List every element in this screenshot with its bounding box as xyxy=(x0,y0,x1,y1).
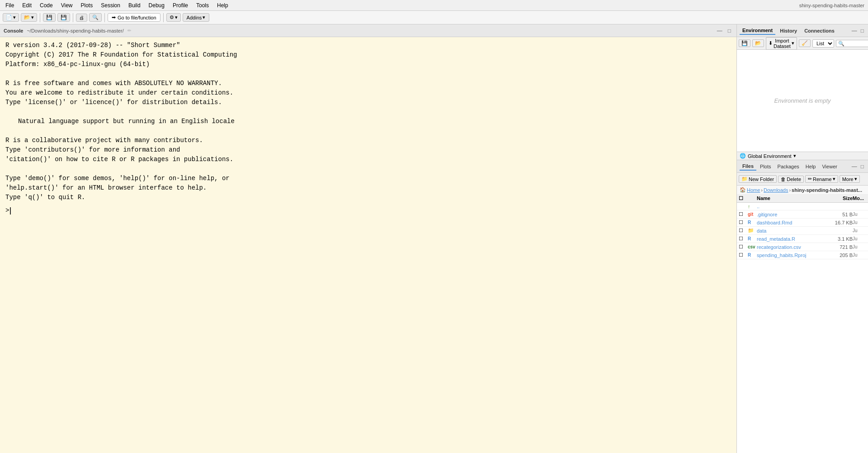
tab-packages[interactable]: Packages xyxy=(775,163,802,170)
save-env-btn[interactable]: 💾 xyxy=(739,39,750,47)
load-env-icon: 📂 xyxy=(755,40,761,46)
more-btn[interactable]: More ▾ xyxy=(840,175,860,183)
find-icon: 🔍 xyxy=(92,14,99,20)
globe-icon: 🌐 xyxy=(740,153,746,159)
save-btn[interactable]: 💾 xyxy=(43,13,56,22)
code-tools-btn[interactable]: ⚙ ▾ xyxy=(166,13,181,22)
col-name-header[interactable]: Name xyxy=(757,196,826,201)
addins-btn[interactable]: Addins ▾ xyxy=(183,13,210,22)
new-folder-btn[interactable]: 📁 New Folder xyxy=(739,175,777,183)
env-toolbar: 💾 📂 ⬇ Import Dataset ▾ 🧹 List xyxy=(737,37,868,50)
console-line-8 xyxy=(5,107,731,117)
global-env-bar: 🌐 Global Environment ▾ xyxy=(737,152,868,160)
console-tab[interactable]: Console xyxy=(4,28,23,33)
console-panel: Console ~/Downloads/shiny-spending-habit… xyxy=(0,24,737,453)
menu-tools[interactable]: Tools xyxy=(193,1,212,10)
csv-name[interactable]: recategorization.csv xyxy=(757,244,826,250)
tab-viewer[interactable]: Viewer xyxy=(819,163,840,170)
read-meta-name[interactable]: read_metadata.R xyxy=(757,236,826,242)
addins-label: Addins xyxy=(187,15,202,20)
files-table: ☐ Name Size Mo... ↑ .. ☐ git .gitignore xyxy=(737,195,868,453)
tab-environment[interactable]: Environment xyxy=(740,27,775,35)
print-btn[interactable]: 🖨 xyxy=(76,14,87,22)
read-meta-check[interactable]: ☐ xyxy=(739,236,748,242)
console-panel-controls: — □ xyxy=(715,27,733,34)
rename-btn[interactable]: ✏ Rename ▾ xyxy=(805,175,838,183)
file-row-csv[interactable]: ☐ csv recategorization.csv 721 B Ju xyxy=(737,243,868,251)
open-file-icon: 📂 xyxy=(24,14,30,20)
menu-profile[interactable]: Profile xyxy=(169,1,192,10)
console-maximize-btn[interactable]: □ xyxy=(726,27,733,34)
prompt-symbol: > xyxy=(5,206,9,215)
console-line-1: R version 3.4.2 (2017-09-28) -- "Short S… xyxy=(5,41,731,50)
console-content[interactable]: R version 3.4.2 (2017-09-28) -- "Short S… xyxy=(0,37,736,453)
view-mode-select[interactable]: List xyxy=(812,39,834,48)
gitignore-name[interactable]: .gitignore xyxy=(757,212,826,217)
menu-help[interactable]: Help xyxy=(213,1,232,10)
main-toolbar: 📄 ▾ 📂 ▾ 💾 💾 🖨 🔍 ➡ Go to file/function ⚙ … xyxy=(0,11,868,24)
menu-build[interactable]: Build xyxy=(125,1,144,10)
save-all-btn[interactable]: 💾 xyxy=(57,13,70,22)
breadcrumb-downloads[interactable]: Downloads xyxy=(764,187,788,193)
env-empty-message: Environment is empty xyxy=(737,50,868,152)
new-file-btn[interactable]: 📄 ▾ xyxy=(3,13,19,22)
new-file-dropdown-icon: ▾ xyxy=(13,14,16,20)
menu-edit[interactable]: Edit xyxy=(19,1,35,10)
tab-help[interactable]: Help xyxy=(803,163,819,170)
up-folder-name[interactable]: .. xyxy=(757,204,866,209)
console-line-5: R is free software and comes with ABSOLU… xyxy=(5,79,731,88)
menu-view[interactable]: View xyxy=(57,1,76,10)
menu-debug[interactable]: Debug xyxy=(145,1,168,10)
delete-btn[interactable]: 🗑 Delete xyxy=(778,176,804,183)
up-icon: ↑ xyxy=(748,204,757,209)
files-minimize-btn[interactable]: — xyxy=(850,163,859,170)
tab-files[interactable]: Files xyxy=(740,162,756,171)
breadcrumb-home[interactable]: Home xyxy=(747,187,760,193)
go-to-file-btn[interactable]: ➡ Go to file/function xyxy=(108,13,160,22)
col-date-header[interactable]: Mo... xyxy=(853,196,866,201)
menu-file[interactable]: File xyxy=(2,1,18,10)
rproj-check[interactable]: ☐ xyxy=(739,252,748,258)
file-row-rproj[interactable]: ☐ R spending_habits.Rproj 205 B Ju xyxy=(737,251,868,259)
save-icon: 💾 xyxy=(46,14,52,20)
dashboard-check[interactable]: ☐ xyxy=(739,219,748,225)
open-dropdown-icon: ▾ xyxy=(31,14,34,20)
file-row-data[interactable]: ☐ 📁 data Ju xyxy=(737,227,868,235)
file-row-read-metadata[interactable]: ☐ R read_metadata.R 3.1 KB Ju xyxy=(737,235,868,243)
up-folder-row[interactable]: ↑ .. xyxy=(737,203,868,210)
toolbar-sep-1 xyxy=(40,13,40,22)
open-file-btn[interactable]: 📂 ▾ xyxy=(21,13,37,22)
clear-env-btn[interactable]: 🧹 xyxy=(799,39,811,47)
data-check[interactable]: ☐ xyxy=(739,228,748,234)
files-maximize-btn[interactable]: □ xyxy=(859,163,865,170)
tab-plots[interactable]: Plots xyxy=(757,163,774,170)
env-search-input[interactable] xyxy=(836,40,868,47)
gitignore-icon: git xyxy=(748,212,757,217)
console-line-16: 'help.start()' for an HTML browser inter… xyxy=(5,183,731,193)
console-line-2: Copyright (C) 2017 The R Foundation for … xyxy=(5,50,731,60)
console-minimize-btn[interactable]: — xyxy=(715,27,724,34)
env-maximize-btn[interactable]: □ xyxy=(859,27,865,34)
menu-plots[interactable]: Plots xyxy=(77,1,97,10)
tab-history[interactable]: History xyxy=(777,27,800,34)
file-row-gitignore[interactable]: ☐ git .gitignore 51 B Ju xyxy=(737,210,868,219)
import-dataset-btn[interactable]: ⬇ Import Dataset ▾ xyxy=(766,37,797,50)
new-folder-label: New Folder xyxy=(749,176,774,182)
gitignore-check[interactable]: ☐ xyxy=(739,211,748,217)
file-row-dashboard[interactable]: ☐ R dashboard.Rmd 16.7 KB Ju xyxy=(737,219,868,227)
rproj-name[interactable]: spending_habits.Rproj xyxy=(757,253,826,258)
dashboard-name[interactable]: dashboard.Rmd xyxy=(757,220,826,225)
menu-session[interactable]: Session xyxy=(97,1,124,10)
load-env-btn[interactable]: 📂 xyxy=(752,39,764,47)
csv-check[interactable]: ☐ xyxy=(739,244,748,250)
col-icon xyxy=(748,196,757,201)
find-btn[interactable]: 🔍 xyxy=(89,13,102,22)
files-header: Files Plots Packages Help Viewer — □ xyxy=(737,160,868,173)
tab-connections[interactable]: Connections xyxy=(802,27,837,34)
data-folder-name[interactable]: data xyxy=(757,228,826,234)
home-icon: 🏠 xyxy=(740,187,746,193)
env-minimize-btn[interactable]: — xyxy=(850,27,859,34)
toolbar-sep-3 xyxy=(104,13,105,22)
menu-code[interactable]: Code xyxy=(36,1,57,10)
col-size-header[interactable]: Size xyxy=(826,196,853,201)
